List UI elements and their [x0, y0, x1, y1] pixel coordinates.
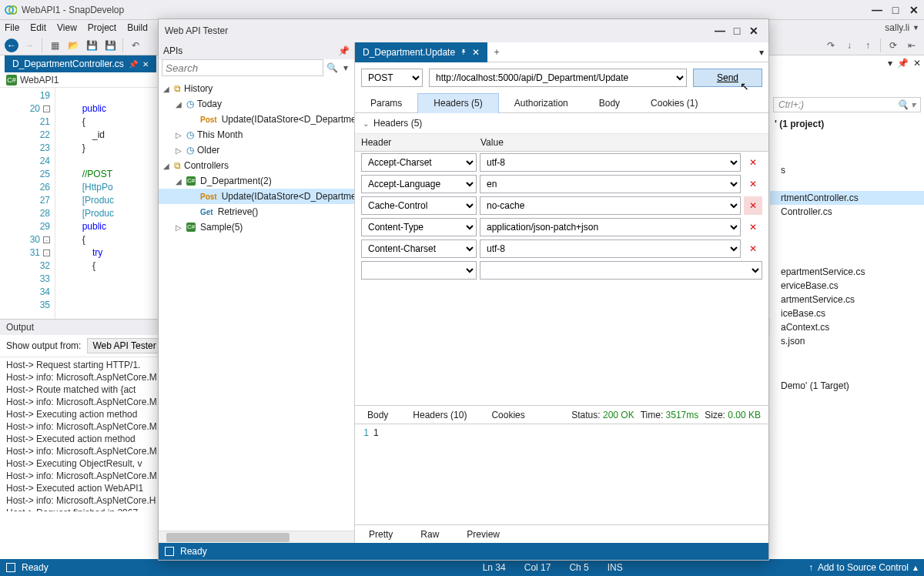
step-over-icon[interactable]: ↷ [823, 38, 839, 53]
delete-header-button[interactable]: ✕ [744, 175, 762, 193]
tree-history[interactable]: History [184, 83, 213, 94]
header-key-select[interactable]: Cache-Control [361, 196, 477, 215]
resp-view-preview[interactable]: Preview [453, 525, 514, 543]
menu-edit[interactable]: Edit [30, 22, 46, 33]
add-tab-button[interactable]: ＋ [487, 45, 506, 59]
apis-tree[interactable]: ◢⧉History ◢◷Today PostUpdate(IDataStore<… [159, 79, 354, 531]
list-item[interactable]: aContext.cs [770, 320, 924, 334]
header-value-select[interactable]: utf-8 [480, 153, 741, 172]
list-item[interactable]: iceBase.cs [770, 306, 924, 320]
list-item[interactable]: epartmentService.cs [770, 265, 924, 279]
header-key-select[interactable]: Accept-Language [361, 175, 477, 193]
list-item[interactable]: Demo' (1 Target) [770, 379, 924, 393]
search-icon[interactable]: 🔍 [323, 62, 340, 73]
header-key-select[interactable]: Content-Charset [361, 239, 477, 258]
resp-tab-body[interactable]: Body [355, 406, 400, 424]
doc-tab[interactable]: D_DepartmentController.cs 📌 ✕ [5, 55, 156, 72]
send-button[interactable]: Send↖ [693, 69, 762, 87]
tree-sample[interactable]: Sample(5) [200, 222, 243, 233]
menu-file[interactable]: File [5, 22, 19, 33]
close-icon[interactable]: ✕ [142, 60, 149, 69]
resp-view-pretty[interactable]: Pretty [355, 525, 407, 543]
header-key-select[interactable]: Content-Type [361, 218, 477, 236]
close-icon[interactable]: ✕ [472, 47, 480, 58]
apis-hscrollbar[interactable] [159, 531, 354, 543]
pin-icon[interactable]: 🖈 [460, 48, 467, 56]
header-value-select[interactable]: no-cache [480, 196, 741, 215]
chevron-down-icon[interactable]: ▾ [340, 62, 351, 73]
new-button[interactable]: ▦ [47, 38, 62, 53]
status-scc[interactable]: ↑ Add to Source Control ▴ [808, 562, 918, 573]
resp-view-raw[interactable]: Raw [407, 525, 453, 543]
tester-minimize-button[interactable]: — [711, 25, 728, 37]
close-icon[interactable]: ✕ [913, 58, 921, 69]
url-input[interactable]: http://localhost:5000/api/D_Department/U… [429, 69, 687, 87]
ide-close-button[interactable]: ✕ [909, 4, 919, 16]
nav-forward-button[interactable]: → [22, 38, 37, 53]
tester-close-button[interactable]: ✕ [745, 25, 762, 37]
ide-minimize-button[interactable]: — [872, 4, 882, 16]
tree-item[interactable]: Update(IDataStore<D_Departme [222, 191, 354, 202]
header-value-select[interactable]: application/json-patch+json [480, 218, 741, 236]
code-body[interactable]: public { _id } //POST [HttpPo [Produc [P… [55, 88, 114, 319]
list-item[interactable]: rtmentController.cs [770, 191, 924, 205]
save-button[interactable]: 💾 [84, 38, 99, 53]
tree-item[interactable]: Update(IDataStore<D_Departme [222, 114, 354, 125]
col-header: Header [355, 134, 474, 151]
solution-root[interactable]: ' (1 project) [770, 116, 924, 132]
solution-search[interactable]: Ctrl+;)🔍 ▾ [773, 97, 921, 112]
chevron-down-icon[interactable]: ▾ [755, 47, 768, 58]
step-into-icon[interactable]: ↓ [842, 38, 857, 53]
resp-tab-cookies[interactable]: Cookies [479, 406, 537, 424]
list-item[interactable]: artmentService.cs [770, 293, 924, 306]
account-label[interactable]: sally.li ▼ [885, 22, 919, 33]
header-key-select[interactable]: Accept-Charset [361, 153, 477, 172]
list-item[interactable]: s [770, 163, 924, 177]
list-item[interactable]: erviceBase.cs [770, 279, 924, 293]
pin-icon[interactable]: 📌 [338, 45, 350, 56]
ide-maximize-button[interactable]: □ [890, 4, 901, 16]
tab-auth[interactable]: Authorization [499, 93, 584, 113]
header-value-select[interactable]: utf-8 [480, 239, 741, 258]
refresh-icon[interactable]: ⟳ [886, 38, 901, 53]
response-body[interactable]: 1 1 [355, 424, 768, 524]
breadcrumb-item[interactable]: WebAPI1 [20, 75, 59, 85]
delete-header-button[interactable]: ✕ [744, 239, 762, 258]
apis-search-input[interactable] [162, 59, 323, 76]
tab-body[interactable]: Body [584, 93, 635, 113]
tree-item[interactable]: Retrieve() [218, 206, 259, 217]
request-tab[interactable]: D_Department.Update 🖈 ✕ [355, 42, 487, 62]
method-select[interactable]: POST [361, 69, 423, 87]
undo-icon[interactable]: ↶ [128, 38, 143, 53]
tester-maximize-button[interactable]: □ [728, 25, 745, 37]
pin-icon[interactable]: 📌 [129, 60, 138, 69]
header-value-select[interactable]: en [480, 175, 741, 193]
tree-thismonth[interactable]: This Month [197, 129, 243, 140]
delete-header-button[interactable]: ✕ [744, 196, 762, 215]
list-item[interactable]: Controller.cs [770, 205, 924, 219]
tab-cookies[interactable]: Cookies (1) [635, 93, 713, 113]
outdent-icon[interactable]: ⇤ [904, 38, 919, 53]
header-value-select[interactable] [480, 261, 762, 280]
tab-headers[interactable]: Headers (5) [417, 93, 498, 113]
resp-tab-headers[interactable]: Headers (10) [400, 406, 479, 424]
menu-view[interactable]: View [57, 22, 77, 33]
dropdown-icon[interactable]: ▾ [888, 58, 892, 69]
chevron-down-icon[interactable]: ⌄ [363, 119, 369, 128]
menu-project[interactable]: Project [88, 22, 116, 33]
menu-build[interactable]: Build [127, 22, 148, 33]
pin-icon[interactable]: 📌 [897, 58, 909, 69]
tab-params[interactable]: Params [355, 93, 417, 113]
header-key-select[interactable] [361, 261, 477, 280]
nav-back-button[interactable]: ← [5, 39, 18, 52]
delete-header-button[interactable]: ✕ [744, 153, 762, 172]
tree-controllers[interactable]: Controllers [184, 160, 229, 171]
tree-today[interactable]: Today [197, 99, 222, 109]
tree-older[interactable]: Older [197, 145, 219, 156]
list-item[interactable]: s.json [770, 334, 924, 348]
open-button[interactable]: 📂 [65, 38, 81, 53]
tree-dept[interactable]: D_Department(2) [200, 176, 272, 186]
delete-header-button[interactable]: ✕ [744, 218, 762, 236]
save-all-button[interactable]: 💾 [102, 38, 118, 53]
step-out-icon[interactable]: ↑ [860, 38, 875, 53]
